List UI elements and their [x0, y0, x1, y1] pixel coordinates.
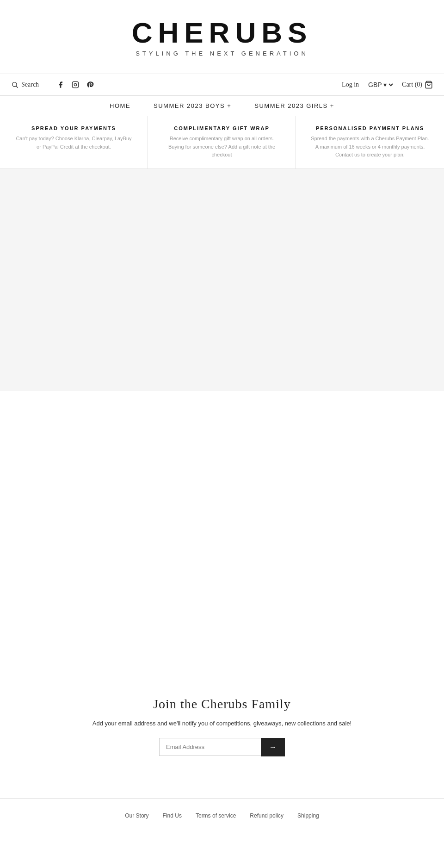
top-bar: Search [0, 74, 444, 96]
social-links [56, 81, 94, 89]
nav-home[interactable]: HOME [110, 102, 130, 109]
cart-icon [425, 81, 433, 89]
search-icon [11, 81, 18, 88]
footer-link-find-us[interactable]: Find Us [163, 812, 182, 819]
svg-rect-2 [72, 81, 78, 87]
feature-plans: PERSONALISED PAYMENT PLANS Spread the pa… [296, 116, 444, 169]
footer-links: Our Story Find Us Terms of service Refun… [0, 798, 444, 833]
svg-point-3 [74, 83, 76, 86]
svg-point-4 [77, 83, 77, 83]
footer-link-refund[interactable]: Refund policy [250, 812, 284, 819]
feature-payments-title: SPREAD YOUR PAYMENTS [14, 125, 134, 131]
feature-gift: COMPLIMENTARY GIFT WRAP Receive complime… [148, 116, 296, 169]
pinterest-icon[interactable] [86, 81, 94, 89]
login-link[interactable]: Log in [342, 81, 359, 88]
svg-point-0 [12, 82, 17, 87]
feature-strip: SPREAD YOUR PAYMENTS Can't pay today? Ch… [0, 116, 444, 169]
logo-tagline: STYLING THE NEXT GENERATION [9, 50, 435, 57]
email-signup-section: Join the Cherubs Family Add your email a… [0, 669, 444, 780]
search-button[interactable]: Search [11, 81, 39, 88]
email-submit-button[interactable]: → [261, 738, 285, 756]
svg-line-1 [16, 86, 18, 88]
instagram-icon[interactable] [71, 81, 80, 89]
cart-button[interactable]: Cart (0) [402, 81, 433, 89]
main-nav: HOME SUMMER 2023 BOYS + SUMMER 2023 GIRL… [0, 96, 444, 116]
top-bar-left: Search [11, 81, 94, 89]
footer-link-shipping[interactable]: Shipping [297, 812, 319, 819]
feature-payments-desc: Can't pay today? Choose Klarna, Clearpay… [14, 135, 134, 151]
feature-plans-desc: Spread the payments with a Cherubs Payme… [310, 135, 430, 159]
email-form: → [9, 738, 435, 756]
feature-gift-title: COMPLIMENTARY GIFT WRAP [162, 125, 282, 131]
currency-select[interactable]: GBP ▾ USD EUR [366, 81, 395, 89]
nav-girls[interactable]: SUMMER 2023 GIRLS + [254, 102, 334, 109]
email-input[interactable] [159, 738, 261, 756]
facebook-icon[interactable] [56, 81, 65, 89]
search-label: Search [21, 81, 39, 88]
top-bar-right: Log in GBP ▾ USD EUR Cart (0) [342, 81, 433, 89]
feature-plans-title: PERSONALISED PAYMENT PLANS [310, 125, 430, 131]
footer-link-our-story[interactable]: Our Story [125, 812, 148, 819]
nav-boys[interactable]: SUMMER 2023 BOYS + [154, 102, 231, 109]
hero-area [0, 169, 444, 391]
email-signup-desc: Add your email address and we'll notify … [9, 720, 435, 727]
content-area [0, 391, 444, 669]
feature-payments: SPREAD YOUR PAYMENTS Can't pay today? Ch… [0, 116, 148, 169]
footer-link-terms[interactable]: Terms of service [196, 812, 236, 819]
site-header: CHERUBS STYLING THE NEXT GENERATION [0, 0, 444, 66]
cart-label: Cart (0) [402, 81, 422, 88]
logo-brand: CHERUBS [9, 19, 435, 47]
email-signup-title: Join the Cherubs Family [9, 697, 435, 712]
feature-gift-desc: Receive complimentary gift wrap on all o… [162, 135, 282, 159]
